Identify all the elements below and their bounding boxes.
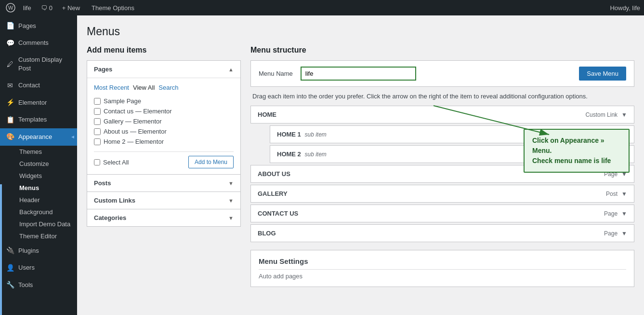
elementor-icon: ⚡ <box>6 98 14 108</box>
accordion-posts-header[interactable]: Posts ▼ <box>87 175 240 192</box>
menu-row-home: HOME Custom Link ▼ <box>250 106 634 123</box>
menu-settings-hint: Auto add pages <box>259 273 626 280</box>
accordion-categories: Categories ▼ <box>87 209 241 227</box>
sidebar-item-widgets[interactable]: Widgets <box>0 170 77 182</box>
checkbox-about-us[interactable] <box>94 128 101 135</box>
checkbox-contact-us[interactable] <box>94 108 101 115</box>
callout-line1: Click on Appearance » Menu. <box>532 137 605 154</box>
callout-line2: Check menu name is life <box>532 157 611 164</box>
sidebar-item-comments[interactable]: 💬 Comments <box>0 35 77 52</box>
sidebar-label-elementor: Elementor <box>18 98 71 107</box>
comments-link[interactable]: 🗨 0 <box>37 4 56 12</box>
sidebar-item-users[interactable]: 👤 Users <box>0 260 77 277</box>
sidebar-item-plugins[interactable]: 🔌 Plugins <box>0 242 77 260</box>
menu-row-home-name: HOME <box>258 111 276 118</box>
comment-icon: 🗨 <box>41 4 47 12</box>
callout-box: Click on Appearance » Menu. Check menu n… <box>524 129 630 173</box>
sidebar-item-menus[interactable]: Menus <box>0 182 77 194</box>
menu-name-label: Menu Name <box>259 70 293 77</box>
sidebar-label-pages: Pages <box>18 22 71 30</box>
appearance-icon: 🎨 <box>6 132 14 142</box>
menu-row-contact-us-name: CONTACT US <box>258 210 298 217</box>
accordion-custom-links-header[interactable]: Custom Links ▼ <box>87 192 240 209</box>
wp-logo-icon[interactable]: W <box>4 3 17 13</box>
sidebar-item-customize[interactable]: Customize <box>0 158 77 170</box>
menu-row-home2-name: HOME 2 <box>277 151 301 158</box>
pages-tab-nav: Most Recent View All Search <box>94 84 234 91</box>
sidebar-item-background[interactable]: Background <box>0 206 77 218</box>
add-to-menu-button[interactable]: Add to Menu <box>188 156 234 168</box>
sidebar-label-custom-display: Custom Display Post <box>18 55 71 73</box>
tab-search[interactable]: Search <box>158 84 178 91</box>
sidebar-label-contact: Contact <box>18 81 71 90</box>
menu-row-home1-label-group: HOME 1 sub item <box>277 131 327 138</box>
sidebar-item-tools[interactable]: 🔧 Tools <box>0 276 77 294</box>
menu-row-gallery-chevron-icon[interactable]: ▼ <box>621 191 627 197</box>
sidebar-label-tools: Tools <box>18 281 71 289</box>
menu-row-gallery-name: GALLERY <box>258 190 288 197</box>
site-name[interactable]: life <box>17 4 37 12</box>
sidebar-item-templates[interactable]: 📋 Templates <box>0 111 77 129</box>
sidebar-item-header[interactable]: Header <box>0 194 77 206</box>
menu-row-home-type: Custom Link <box>585 111 618 118</box>
accordion-custom-links-chevron-icon: ▼ <box>228 198 234 204</box>
menu-name-row: Menu Name Save Menu <box>250 60 634 87</box>
contact-icon: ✉ <box>6 81 14 91</box>
accordion-posts-chevron-icon: ▼ <box>228 180 234 186</box>
sidebar-label-users: Users <box>18 263 71 272</box>
list-item: About us — Elementor <box>94 126 234 137</box>
menu-settings: Menu Settings Auto add pages <box>250 250 634 287</box>
sidebar-item-custom-display[interactable]: 🖊 Custom Display Post <box>0 52 77 77</box>
menu-row-home-chevron-icon[interactable]: ▼ <box>621 111 627 118</box>
custom-display-icon: 🖊 <box>6 60 14 69</box>
sidebar-label-plugins: Plugins <box>18 247 71 255</box>
checkbox-gallery[interactable] <box>94 118 101 125</box>
accordion-pages-body: Most Recent View All Search Sample Page <box>87 78 240 174</box>
menu-row-contact-us-chevron-icon[interactable]: ▼ <box>621 210 627 217</box>
comments-nav-icon: 💬 <box>6 39 14 48</box>
theme-options-link[interactable]: Theme Options <box>86 4 140 12</box>
list-item: Gallery — Elementor <box>94 116 234 126</box>
sidebar-item-import-demo[interactable]: Import Demo Data <box>0 218 77 230</box>
checkbox-sample-page[interactable] <box>94 98 101 105</box>
list-item: Contact us — Elementor <box>94 106 234 116</box>
menu-row-about-us-name: ABOUT US <box>258 170 290 178</box>
sidebar-item-theme-editor[interactable]: Theme Editor <box>0 230 77 242</box>
page-title: Menus <box>87 25 634 38</box>
select-all-checkbox[interactable] <box>94 159 100 165</box>
pages-checkbox-list: Sample Page Contact us — Elementor Galle… <box>94 96 234 147</box>
menu-row-home1-name: HOME 1 <box>277 131 301 138</box>
new-button[interactable]: + New <box>56 4 86 12</box>
tab-view-all[interactable]: View All <box>133 84 155 91</box>
sidebar-label-templates: Templates <box>18 115 71 124</box>
menu-hint-text: Drag each item into the order you prefer… <box>250 93 634 100</box>
menu-row-contact-us-type: Page <box>604 210 618 217</box>
accordion-categories-label: Categories <box>94 214 126 221</box>
accordion-pages-chevron-icon: ▲ <box>228 67 234 72</box>
sidebar-item-contact[interactable]: ✉ Contact <box>0 77 77 95</box>
checkbox-home-2[interactable] <box>94 138 101 145</box>
select-all-text: Select All <box>103 159 129 166</box>
tab-most-recent[interactable]: Most Recent <box>94 84 129 91</box>
label-gallery: Gallery — Elementor <box>104 118 162 125</box>
save-menu-button[interactable]: Save Menu <box>579 67 626 81</box>
accordion-categories-header[interactable]: Categories ▼ <box>87 209 240 226</box>
menu-row-gallery: GALLERY Post ▼ <box>250 185 634 203</box>
menu-row-blog: BLOG Page ▼ <box>250 224 634 242</box>
accordion-pages: Pages ▲ Most Recent View All Search S <box>87 60 241 175</box>
sidebar-label-appearance: Appearance <box>18 133 71 141</box>
sidebar-item-elementor[interactable]: ⚡ Elementor <box>0 94 77 111</box>
sidebar-item-themes[interactable]: Themes <box>0 146 77 158</box>
menu-row-home2-sub-label: sub item <box>304 151 326 158</box>
select-all-row: Select All Add to Menu <box>94 151 234 168</box>
menu-row-blog-type: Page <box>604 230 618 237</box>
tools-icon: 🔧 <box>6 280 14 290</box>
sidebar-item-pages[interactable]: 📄 Pages <box>0 17 77 35</box>
menu-name-input[interactable] <box>301 67 416 81</box>
users-icon: 👤 <box>6 263 14 273</box>
accordion-pages-header[interactable]: Pages ▲ <box>87 61 240 78</box>
label-contact-us: Contact us — Elementor <box>104 108 172 115</box>
sidebar-item-appearance[interactable]: 🎨 Appearance <box>0 128 77 146</box>
menu-row-blog-chevron-icon[interactable]: ▼ <box>621 230 627 237</box>
accordion-custom-links: Custom Links ▼ <box>87 192 241 209</box>
